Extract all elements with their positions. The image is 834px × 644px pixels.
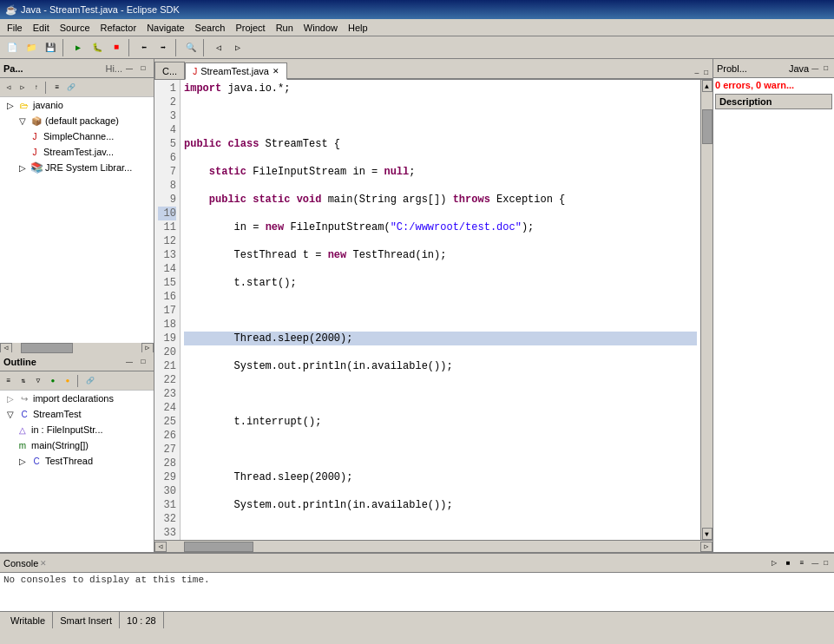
code-line-1: import java.io.*; — [184, 82, 697, 95]
outline-dot2[interactable]: ● — [61, 374, 75, 388]
pkg-link-btn[interactable]: 🔗 — [64, 81, 78, 95]
toolbar-stop[interactable]: ■ — [108, 39, 125, 56]
package-tree: ▷ 🗁 javanio ▽ 📦 (default package) J Simp… — [0, 97, 154, 343]
outline-collapse-all[interactable]: ≡ — [2, 374, 16, 388]
tree-javanio[interactable]: ▷ 🗁 javanio — [0, 97, 154, 113]
tab-complexchannel-label: C... — [162, 66, 177, 76]
outline-minimize-btn[interactable]: — — [122, 355, 136, 369]
toolbar-prev-edit[interactable]: ◁ — [210, 39, 227, 56]
problems-maximize-btn[interactable]: □ — [821, 64, 831, 72]
console-btn3[interactable]: ≡ — [795, 556, 809, 570]
outline-item-testthread[interactable]: ▷ C TestThread — [0, 453, 154, 469]
toolbar-next-edit[interactable]: ▷ — [229, 39, 246, 56]
writable-label: Writable — [10, 615, 45, 626]
menu-project[interactable]: Project — [230, 21, 270, 35]
expand-icon-default-pkg: ▽ — [16, 114, 30, 128]
error-count: 0 errors, 0 warn... — [715, 80, 832, 90]
pkg-fwd-btn[interactable]: ▷ — [16, 81, 30, 95]
outline-dot1[interactable]: ● — [46, 374, 60, 388]
outline-item-in[interactable]: △ in : FileInputStr... — [0, 422, 154, 437]
menu-source[interactable]: Source — [55, 21, 95, 35]
code-line-7: TestThread t = new TestThread(in); — [184, 248, 697, 262]
hscroll-track[interactable] — [167, 542, 700, 552]
outline-item-main[interactable]: m main(String[]) — [0, 437, 154, 453]
console-area: Console ✕ ▷ ■ ≡ — □ No consoles to displ… — [0, 552, 834, 611]
pkg-maximize-btn[interactable]: □ — [136, 62, 150, 76]
toolbar-forward[interactable]: ➡ — [154, 39, 172, 56]
tab-streamtest-close[interactable]: ✕ — [273, 67, 279, 76]
menu-edit[interactable]: Edit — [28, 21, 55, 35]
pkg-back-btn[interactable]: ◁ — [2, 81, 16, 95]
line-numbers: 12345 6789 10 1112131415 1617181920 2122… — [154, 80, 181, 540]
tab-complexchannel[interactable]: C... — [154, 62, 185, 79]
console-btn2[interactable]: ■ — [781, 556, 795, 570]
status-position: 10 : 28 — [120, 612, 164, 628]
editor-maximize-btn[interactable]: □ — [701, 69, 711, 76]
scroll-track[interactable] — [12, 343, 141, 353]
toolbar-run[interactable]: ▶ — [69, 39, 87, 56]
editor-vscrollbar[interactable]: ▲ ▼ — [700, 80, 713, 540]
menu-search[interactable]: Search — [190, 21, 231, 35]
pkg-up-btn[interactable]: ↑ — [30, 81, 43, 95]
pkg-collapse-btn[interactable]: ≡ — [50, 81, 64, 95]
tree-streamtest[interactable]: J StreamTest.jav... — [0, 144, 154, 160]
class-icon-streamtest: C — [17, 407, 31, 421]
outline-sort[interactable]: ⇅ — [16, 374, 30, 388]
right-panel-title: Probl... — [717, 63, 747, 74]
tab-streamtest[interactable]: J StreamTest.java ✕ — [185, 62, 287, 80]
pkg-toolbar: ◁ ▷ ↑ ≡ 🔗 — [0, 78, 154, 97]
menu-run[interactable]: Run — [271, 21, 299, 35]
vscroll-thumb[interactable] — [702, 109, 713, 144]
hscroll-thumb[interactable] — [184, 542, 253, 552]
class-icon-testthread: C — [30, 454, 43, 468]
toolbar-open[interactable]: 📁 — [23, 39, 40, 56]
tab-spacer — [287, 78, 690, 79]
console-header: Console ✕ ▷ ■ ≡ — □ — [0, 554, 834, 573]
left-panels: Pa... Hi... — □ ◁ ▷ ↑ ≡ 🔗 ▷ 🗁 javanio — [0, 59, 154, 552]
toolbar-save[interactable]: 💾 — [42, 39, 59, 56]
scroll-right[interactable]: ▷ — [141, 343, 154, 353]
java-tab-icon: J — [193, 67, 197, 76]
toolbar: 📄 📁 💾 ▶ 🐛 ■ ⬅ ➡ 🔍 ◁ ▷ — [0, 36, 834, 59]
pkg-minimize-btn[interactable]: — — [122, 62, 136, 76]
vscroll-up[interactable]: ▲ — [702, 80, 713, 92]
vscroll-down[interactable]: ▼ — [702, 528, 713, 540]
outline-item-streamtest[interactable]: ▽ C StreamTest — [0, 406, 154, 422]
tree-default-pkg[interactable]: ▽ 📦 (default package) — [0, 113, 154, 128]
hscroll-right[interactable]: ▷ — [700, 542, 713, 552]
toolbar-back[interactable]: ⬅ — [135, 39, 153, 56]
editor-hscrollbar[interactable]: ◁ ▷ — [154, 540, 713, 552]
outline-maximize-btn[interactable]: □ — [136, 355, 150, 369]
outline-item-imports[interactable]: ▷ ↪ import declarations — [0, 391, 154, 406]
toolbar-new[interactable]: 📄 — [3, 39, 21, 56]
hscroll-left[interactable]: ◁ — [154, 542, 167, 552]
scroll-thumb[interactable] — [21, 343, 73, 353]
menu-refactor[interactable]: Refactor — [95, 21, 142, 35]
menu-window[interactable]: Window — [299, 21, 343, 35]
code-editor[interactable]: 12345 6789 10 1112131415 1617181920 2122… — [154, 80, 713, 540]
menu-file[interactable]: File — [2, 21, 28, 35]
field-icon-in: △ — [16, 423, 30, 437]
scroll-left[interactable]: ◁ — [0, 343, 12, 353]
menu-help[interactable]: Help — [343, 21, 373, 35]
console-maximize-btn[interactable]: □ — [821, 559, 831, 567]
tree-jre[interactable]: ▷ 📚 JRE System Librar... — [0, 160, 154, 175]
outline-filter[interactable]: ▽ — [31, 374, 45, 388]
code-line-9 — [184, 304, 697, 318]
outline-link[interactable]: 🔗 — [83, 374, 97, 388]
toolbar-debug[interactable]: 🐛 — [89, 39, 106, 56]
tree-simplechannel[interactable]: J SimpleChanne... — [0, 128, 154, 144]
outline-sep — [77, 375, 81, 387]
console-minimize-btn[interactable]: — — [809, 559, 821, 567]
editor-minimize-btn[interactable]: — — [692, 69, 701, 76]
code-line-17 — [184, 526, 697, 540]
console-btn1[interactable]: ▷ — [767, 556, 781, 570]
package-explorer-header: Pa... Hi... — □ — [0, 59, 154, 78]
code-line-6: in = new FileInputStream("C:/wwwroot/tes… — [184, 220, 697, 234]
pkg-hscroll[interactable]: ◁ ▷ — [0, 343, 154, 352]
problems-minimize-btn[interactable]: — — [809, 64, 821, 72]
code-content[interactable]: import java.io.*; public class StreamTes… — [181, 80, 700, 540]
toolbar-search[interactable]: 🔍 — [182, 39, 200, 56]
code-line-4: static FileInputStream in = null; — [184, 165, 697, 179]
menu-navigate[interactable]: Navigate — [141, 21, 189, 35]
